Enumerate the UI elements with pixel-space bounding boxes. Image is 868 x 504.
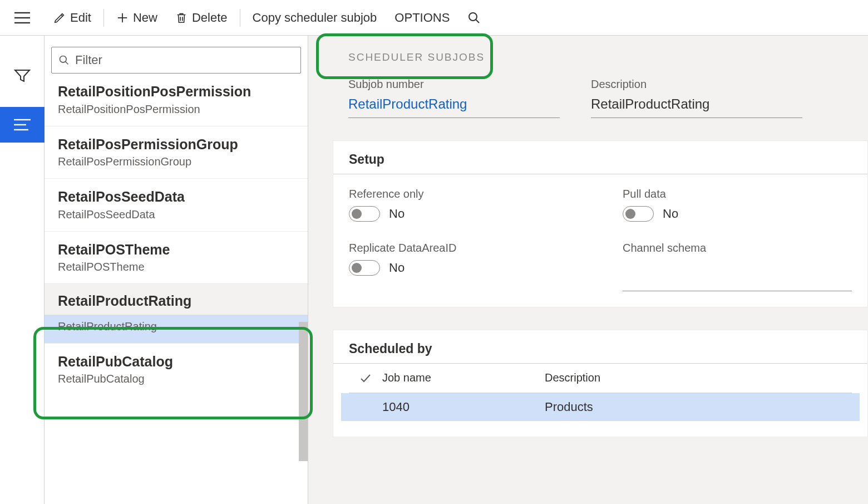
toggle-value: No bbox=[663, 207, 678, 221]
plus-icon bbox=[116, 12, 129, 24]
delete-label: Delete bbox=[192, 11, 228, 25]
svg-line-6 bbox=[476, 19, 479, 23]
pencil-icon bbox=[53, 12, 66, 24]
delete-button[interactable]: Delete bbox=[166, 0, 236, 35]
new-button[interactable]: New bbox=[107, 0, 166, 35]
copy-subjob-label: Copy scheduler subjob bbox=[253, 11, 377, 25]
reference-only-toggle[interactable] bbox=[349, 206, 380, 222]
options-button[interactable]: OPTIONS bbox=[386, 0, 458, 35]
edit-label: Edit bbox=[70, 11, 91, 25]
list-item-title: RetailPubCatalog bbox=[58, 353, 294, 371]
list-item-title: RetailPOSTheme bbox=[58, 241, 294, 259]
list-item[interactable]: RetailPOSTheme RetailPOSTheme bbox=[45, 232, 308, 285]
list-item-sub: RetailPubCatalog bbox=[58, 373, 294, 385]
copy-subjob-button[interactable]: Copy scheduler subjob bbox=[244, 0, 386, 35]
field-label: Reference only bbox=[349, 188, 578, 200]
list-pane-toggle[interactable] bbox=[0, 107, 45, 143]
command-bar: Edit New Delete Copy scheduler subjob OP… bbox=[0, 0, 868, 36]
list-item-title: RetailPosSeedData bbox=[58, 188, 294, 206]
edit-button[interactable]: Edit bbox=[45, 0, 100, 35]
col-jobname[interactable]: Job name bbox=[382, 371, 545, 385]
search-icon bbox=[58, 55, 70, 66]
list-item-selected[interactable]: RetailProductRating RetailProductRating bbox=[45, 284, 308, 344]
replicate-toggle[interactable] bbox=[349, 260, 380, 276]
list-item[interactable]: RetailPubCatalog RetailPubCatalog bbox=[45, 344, 308, 396]
field-label: Channel schema bbox=[623, 242, 852, 255]
list-item-sub: RetailPositionPosPermission bbox=[58, 103, 294, 116]
list-item-title: RetailProductRating bbox=[58, 292, 294, 310]
list-scroll: RetailPositionPosPermission RetailPositi… bbox=[45, 82, 308, 504]
svg-point-10 bbox=[60, 56, 67, 63]
card-title: Scheduled by bbox=[349, 341, 852, 356]
separator bbox=[103, 9, 104, 27]
list-item-sub: RetailProductRating bbox=[58, 320, 294, 333]
filter-pane-button[interactable] bbox=[4, 58, 40, 94]
nav-hamburger-button[interactable] bbox=[0, 0, 45, 35]
list-item[interactable]: RetailPosSeedData RetailPosSeedData bbox=[45, 179, 308, 232]
list-item-sub: RetailPosSeedData bbox=[58, 208, 294, 221]
list-item-sub: RetailPOSTheme bbox=[58, 261, 294, 273]
table-row[interactable]: 1040 Products bbox=[341, 393, 860, 421]
toggle-value: No bbox=[389, 207, 405, 221]
separator bbox=[240, 9, 240, 27]
table-header: Job name Description bbox=[349, 367, 852, 393]
list-item-title: RetailPosPermissionGroup bbox=[58, 135, 294, 154]
list-item-title: RetailPositionPosPermission bbox=[58, 82, 294, 101]
search-button[interactable] bbox=[458, 0, 490, 35]
left-rail bbox=[0, 36, 45, 504]
svg-point-5 bbox=[469, 13, 477, 21]
field-label: Description bbox=[591, 78, 802, 91]
scheduled-by-card: Scheduled by Job name Description 1040 P… bbox=[333, 330, 868, 437]
subjob-number-link[interactable]: RetailProductRating bbox=[348, 96, 560, 118]
card-title: Setup bbox=[349, 152, 852, 167]
filter-box[interactable] bbox=[51, 47, 301, 74]
detail-panel: SCHEDULER SUBJOBS Subjob number RetailPr… bbox=[308, 36, 868, 504]
scrollbar-thumb[interactable] bbox=[299, 322, 308, 461]
options-label: OPTIONS bbox=[394, 11, 450, 25]
svg-line-11 bbox=[66, 62, 68, 65]
search-icon bbox=[467, 11, 481, 25]
cell-description: Products bbox=[545, 400, 593, 414]
col-description[interactable]: Description bbox=[545, 371, 600, 385]
toggle-value: No bbox=[389, 261, 405, 275]
list-item-sub: RetailPosPermissionGroup bbox=[58, 155, 294, 168]
channel-schema-input[interactable] bbox=[623, 273, 852, 291]
filter-input[interactable] bbox=[75, 53, 294, 67]
pull-data-toggle[interactable] bbox=[623, 206, 654, 222]
field-label: Replicate DataAreaID bbox=[349, 242, 578, 255]
checkmark-icon[interactable] bbox=[359, 371, 372, 385]
field-label: Subjob number bbox=[348, 78, 560, 91]
cell-jobname: 1040 bbox=[382, 400, 545, 414]
new-label: New bbox=[133, 11, 157, 25]
list-item[interactable]: RetailPositionPosPermission RetailPositi… bbox=[45, 82, 308, 126]
field-label: Pull data bbox=[623, 188, 852, 200]
page-title: SCHEDULER SUBJOBS bbox=[348, 51, 852, 63]
list-panel: RetailPositionPosPermission RetailPositi… bbox=[45, 36, 308, 504]
description-value[interactable]: RetailProductRating bbox=[591, 96, 802, 118]
trash-icon bbox=[175, 11, 188, 25]
setup-card: Setup Reference only No Pull data No bbox=[333, 140, 868, 307]
list-item[interactable]: RetailPosPermissionGroup RetailPosPermis… bbox=[45, 126, 308, 179]
